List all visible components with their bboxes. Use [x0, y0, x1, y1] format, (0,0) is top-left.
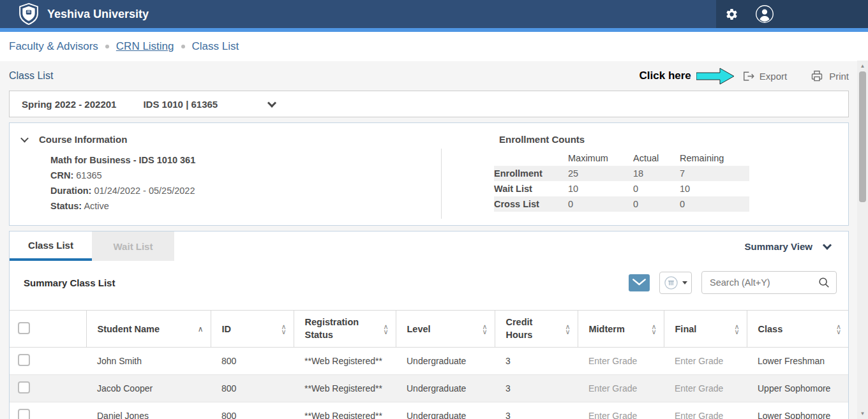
course-duration: Duration: 01/24/2022 - 05/25/2022	[50, 183, 441, 198]
table-header-row: Student Name ∧ ID ∧∨ Registration Status…	[10, 311, 848, 348]
annotation-arrow-icon	[696, 67, 735, 85]
cell-id: 800	[211, 348, 294, 375]
row-checkbox[interactable]	[18, 381, 30, 393]
course-information-section: Course Information Math for Business - I…	[10, 123, 441, 225]
sort-icon[interactable]: ∧∨	[482, 324, 487, 334]
column-header-student-name[interactable]: Student Name ∧	[86, 311, 211, 348]
sort-icon[interactable]: ∧∨	[565, 324, 570, 334]
cell-level: Undergraduate	[396, 348, 495, 375]
cell-midterm-grade[interactable]: Enter Grade	[578, 375, 664, 402]
enrollment-counts-title: Enrollment Counts	[499, 134, 848, 145]
chevron-down-icon	[267, 99, 276, 108]
cell-registration-status: **Web Registered**	[294, 402, 396, 419]
column-header-id[interactable]: ID ∧∨	[211, 311, 294, 348]
view-selector-dropdown[interactable]: Summary View	[745, 232, 848, 261]
list-toolbar: Summary Class List	[10, 261, 848, 294]
print-label: Print	[829, 71, 849, 82]
sort-icon[interactable]: ∧∨	[281, 324, 286, 334]
detail-column-header	[38, 311, 86, 348]
cell-final-grade[interactable]: Enter Grade	[664, 375, 747, 402]
column-header-final[interactable]: Final ∧∨	[664, 311, 747, 348]
scrollbar-thumb[interactable]	[859, 71, 866, 202]
cell-midterm-grade[interactable]: Enter Grade	[578, 402, 664, 419]
search-input[interactable]	[702, 277, 818, 288]
sort-ascending-icon[interactable]: ∧	[198, 327, 204, 332]
tab-class-list[interactable]: Class List	[10, 232, 92, 261]
breadcrumb-class-list[interactable]: Class List	[192, 40, 239, 53]
cell-registration-status: **Web Registered**	[294, 348, 396, 375]
breadcrumb-separator-icon	[105, 45, 109, 48]
circled-columns-icon	[664, 276, 678, 290]
email-icon	[632, 277, 647, 288]
row-checkbox[interactable]	[18, 409, 30, 419]
email-button[interactable]	[629, 274, 650, 291]
profile-button[interactable]	[752, 2, 777, 26]
term-course-selector[interactable]: Spring 2022 - 202201 IDS 1010 | 61365	[9, 91, 849, 117]
sort-icon[interactable]: ∧∨	[734, 324, 739, 334]
scroll-down-arrow[interactable]: ▼	[857, 411, 868, 416]
student-table: Student Name ∧ ID ∧∨ Registration Status…	[10, 310, 848, 419]
sort-icon[interactable]: ∧∨	[383, 324, 388, 334]
cell-student-name: Daniel Jones	[86, 402, 211, 419]
breadcrumb-crn-listing[interactable]: CRN Listing	[116, 40, 174, 53]
cross-list-row: Cross List 0 0 0	[494, 196, 749, 212]
select-all-cell	[10, 311, 38, 348]
table-row: John Smith 800 **Web Registered** Underg…	[10, 348, 848, 375]
cell-final-grade[interactable]: Enter Grade	[664, 402, 747, 419]
table-row: Jacob Cooper 800 **Web Registered** Unde…	[10, 375, 848, 402]
page-title: Class List	[9, 70, 53, 82]
toolbar-actions: Click here Export	[640, 67, 849, 85]
cell-id: 800	[211, 375, 294, 402]
breadcrumb-separator-icon	[181, 45, 185, 48]
cell-level: Undergraduate	[396, 375, 495, 402]
brand-name: Yeshiva University	[47, 8, 149, 21]
tab-bar: Class List Wait List Summary View	[10, 232, 848, 261]
sort-icon[interactable]: ∧∨	[651, 324, 656, 334]
cell-credit-hours: 3	[495, 402, 578, 419]
course-status: Status: Active	[50, 198, 441, 214]
enrollment-counts-section: Enrollment Counts Maximum Actual Remaini…	[442, 123, 848, 225]
export-label: Export	[760, 71, 787, 82]
tab-wait-list[interactable]: Wait List	[92, 232, 174, 261]
select-all-checkbox[interactable]	[18, 322, 30, 334]
cell-level: Undergraduate	[396, 402, 495, 419]
cell-student-name: John Smith	[86, 348, 211, 375]
course-information-panel: Course Information Math for Business - I…	[9, 122, 849, 226]
course-title: Math for Business - IDS 1010 361	[50, 152, 441, 168]
gear-icon	[725, 8, 738, 21]
cell-class-standing: Upper Sophomore	[747, 375, 848, 402]
cell-midterm-grade[interactable]: Enter Grade	[578, 348, 664, 375]
wait-list-row: Wait List 10 0 10	[494, 181, 749, 196]
settings-button[interactable]	[722, 5, 741, 24]
cell-class-standing: Lower Sophomore	[747, 402, 848, 419]
term-value: Spring 2022 - 202201	[22, 99, 116, 110]
column-header-registration-status[interactable]: Registration Status ∧∨	[294, 311, 396, 348]
cell-student-name: Jacob Cooper	[86, 375, 211, 402]
cell-final-grade[interactable]: Enter Grade	[664, 348, 747, 375]
click-here-annotation: Click here	[640, 70, 691, 82]
scroll-up-arrow[interactable]: ▲	[857, 63, 868, 69]
page-toolbar: Class List Click here Export	[9, 61, 849, 91]
vertical-scrollbar[interactable]: ▲ ▼	[857, 61, 868, 419]
printer-icon	[810, 69, 824, 83]
column-header-class[interactable]: Class ∧∨	[747, 311, 848, 348]
enroll-col-actual: Actual	[633, 151, 680, 166]
print-button[interactable]: Print	[810, 69, 849, 83]
column-header-credit-hours[interactable]: Credit Hours ∧∨	[495, 311, 578, 348]
cell-class-standing: Lower Freshman	[747, 348, 848, 375]
breadcrumb-faculty-advisors[interactable]: Faculty & Advisors	[9, 40, 98, 53]
sort-icon[interactable]: ∧∨	[836, 324, 841, 334]
export-button[interactable]: Export	[741, 70, 787, 83]
topbar-actions	[716, 0, 868, 28]
cell-credit-hours: 3	[495, 375, 578, 402]
column-header-level[interactable]: Level ∧∨	[396, 311, 495, 348]
column-header-midterm[interactable]: Midterm ∧∨	[578, 311, 664, 348]
column-settings-button[interactable]	[659, 272, 692, 294]
caret-down-icon	[682, 281, 687, 284]
collapse-chevron-icon[interactable]	[20, 135, 29, 143]
university-logo-icon	[18, 3, 40, 26]
user-icon	[755, 4, 774, 24]
export-icon	[741, 70, 754, 83]
search-icon[interactable]	[818, 276, 830, 289]
row-checkbox[interactable]	[18, 354, 30, 366]
